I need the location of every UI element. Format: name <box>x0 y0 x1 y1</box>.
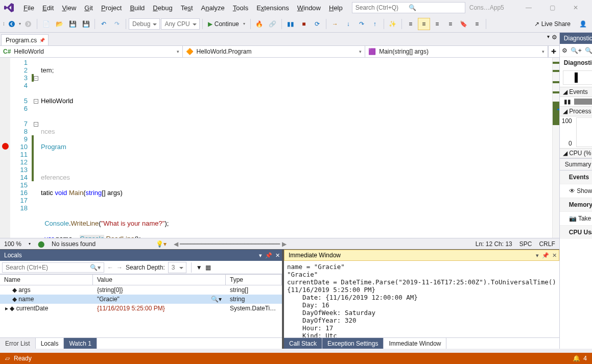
search-prev-icon[interactable]: ← <box>107 264 113 271</box>
menu-debug[interactable]: Debug <box>149 2 176 14</box>
continue-button[interactable]: ▶ Continue ▾ <box>205 18 248 30</box>
live-share-button[interactable]: ↗ Live Share <box>534 20 571 28</box>
bookmark-button[interactable]: 🔖 <box>458 18 470 30</box>
indent-mode[interactable]: SPC <box>519 240 532 248</box>
breakpoint-gutter[interactable] <box>0 58 10 238</box>
diag-timeline[interactable]: 10s <box>563 70 592 85</box>
step-over-button[interactable]: ↷ <box>356 18 368 30</box>
toolbar-expand-icon[interactable]: ⁞ <box>3 21 5 27</box>
take-snapshot-link[interactable]: 📷 Take Snapshot <box>560 212 592 226</box>
tab-immediate-window[interactable]: Immediate Window <box>384 338 446 349</box>
diag-tab-summary[interactable]: Summary <box>560 159 592 170</box>
panel-close-icon[interactable]: ✕ <box>275 252 280 259</box>
pin-icon[interactable]: 📌 <box>39 38 45 43</box>
col-type[interactable]: Type <box>226 275 282 285</box>
minimize-button[interactable]: — <box>522 2 536 13</box>
col-name[interactable]: Name <box>0 275 93 285</box>
list-view-icon[interactable]: ▦ <box>205 264 211 271</box>
locals-search-input[interactable]: Search (Ctrl+E) 🔍▾ <box>2 262 104 273</box>
intellicode-button[interactable]: ✨ <box>387 18 399 30</box>
code-editor[interactable]: 123456789101112131415161718 − − − tem; H… <box>0 58 559 238</box>
zoom-out-icon[interactable]: 🔍− <box>585 47 592 54</box>
panel-pin-icon[interactable]: 📌 <box>265 252 272 259</box>
close-button[interactable]: ✕ <box>569 2 583 13</box>
nav-project-dropdown[interactable]: C# HelloWorld ▾ <box>0 46 183 57</box>
menu-test[interactable]: Test <box>177 2 197 14</box>
pause-events-icon[interactable]: ▮▮ <box>564 98 571 105</box>
split-editor-button[interactable]: ✚ <box>548 46 559 57</box>
tab-settings-icon[interactable]: ⚙ <box>552 34 557 41</box>
restart-button[interactable]: ⟳ <box>311 18 323 30</box>
menu-view[interactable]: View <box>58 2 80 14</box>
locals-row[interactable]: ◆ name "Gracie"🔍▾ string <box>0 295 282 304</box>
platform-dropdown[interactable]: Any CPU <box>161 18 199 30</box>
nav-class-dropdown[interactable]: 🔶 HelloWorld.Program ▾ <box>183 46 366 57</box>
comment-button[interactable]: ≡ <box>431 18 443 30</box>
align-button[interactable]: ≡ <box>405 18 417 30</box>
search-next-icon[interactable]: → <box>116 264 123 271</box>
tab-program-cs[interactable]: Program.cs 📌 <box>1 34 49 45</box>
eol-mode[interactable]: CRLF <box>539 240 555 248</box>
stop-button[interactable]: ■ <box>298 18 310 30</box>
tab-error-list[interactable]: Error List <box>0 338 36 349</box>
save-button[interactable]: 💾 <box>66 18 79 30</box>
locals-panel-title[interactable]: Locals ▾ 📌 ✕ <box>0 250 282 261</box>
panel-dropdown-icon[interactable]: ▾ <box>536 252 539 259</box>
tab-call-stack[interactable]: Call Stack <box>284 338 322 349</box>
overview-ruler[interactable] <box>552 58 559 238</box>
tab-locals[interactable]: Locals <box>36 338 64 349</box>
filter-icon[interactable]: ▼ <box>196 264 202 271</box>
uncomment-button[interactable]: ≡ <box>444 18 457 30</box>
feedback-button[interactable]: 👤 <box>577 18 589 30</box>
cpu-section-hdr[interactable]: ◢ CPU (% of all processors) <box>560 148 592 158</box>
menu-build[interactable]: Build <box>126 2 149 14</box>
config-dropdown[interactable]: Debug <box>129 18 160 30</box>
panel-pin-icon[interactable]: 📌 <box>542 252 549 259</box>
undo-button[interactable]: ↶ <box>98 18 110 30</box>
panel-close-icon[interactable]: ✕ <box>552 252 557 259</box>
breakpoint-icon[interactable] <box>2 143 9 150</box>
word-wrap-button[interactable]: ≡ <box>418 18 430 30</box>
zoom-dropdown[interactable]: 100 % <box>4 240 21 248</box>
light-bulb-icon[interactable]: 💡▾ <box>156 240 167 248</box>
fold-gutter[interactable]: − − − <box>32 58 41 238</box>
locals-row[interactable]: ▸ ◆ currentDate {11/16/2019 5:25:00 PM} … <box>0 304 282 313</box>
menu-file[interactable]: File <box>19 2 38 14</box>
open-button[interactable]: 📂 <box>53 18 65 30</box>
nav-member-dropdown[interactable]: 🟪 Main(string[] args) ▾ <box>365 46 548 57</box>
menu-edit[interactable]: Edit <box>38 2 58 14</box>
redo-button[interactable]: ↷ <box>111 18 123 30</box>
menu-analyze[interactable]: Analyze <box>197 2 229 14</box>
gear-icon[interactable]: ⚙ <box>562 47 567 54</box>
diagnostic-title[interactable]: Diagnostic Tools ▾ 📌 ✕ <box>560 33 592 44</box>
tab-watch-1[interactable]: Watch 1 <box>64 338 97 349</box>
menu-git[interactable]: Git <box>80 2 97 14</box>
col-value[interactable]: Value <box>93 275 226 285</box>
immediate-panel-title[interactable]: Immediate Window ▾ 📌 ✕ <box>284 250 559 261</box>
menu-window[interactable]: Window <box>293 2 325 14</box>
code-body[interactable]: tem; HelloWorld nces Program eferences t… <box>41 58 552 238</box>
menu-tools[interactable]: Tools <box>229 2 252 14</box>
maximize-button[interactable]: ▢ <box>545 2 559 13</box>
events-section-hdr[interactable]: ◢ Events <box>560 87 592 97</box>
notifications-icon[interactable]: 🔔 <box>573 355 580 362</box>
tab-dropdown-icon[interactable]: ▾ <box>547 34 550 41</box>
pause-button[interactable]: ▮▮ <box>285 18 297 30</box>
bookmark-next-button[interactable]: ≡ <box>471 18 483 30</box>
show-events-link[interactable]: 👁 Show Events (1 of 1) <box>560 184 592 198</box>
zoom-in-icon[interactable]: 🔍+ <box>571 47 582 54</box>
nav-fwd-button[interactable] <box>22 18 34 30</box>
hot-reload-button[interactable]: 🔥 <box>253 18 266 30</box>
show-next-statement-button[interactable]: → <box>329 18 341 30</box>
locals-row[interactable]: ◆ args {string[0]} string[] <box>0 285 282 295</box>
new-project-button[interactable]: 📄 <box>40 18 52 30</box>
browser-link-button[interactable]: 🔗 <box>267 18 279 30</box>
menu-extensions[interactable]: Extensions <box>252 2 293 14</box>
panel-dropdown-icon[interactable]: ▾ <box>259 252 262 259</box>
memory-section-hdr[interactable]: ◢ Process Memory ▮ ▼ S… ●Pri… <box>560 106 592 116</box>
quick-search-input[interactable]: Search (Ctrl+Q) 🔍 <box>352 2 465 13</box>
search-depth-dropdown[interactable]: 3 <box>168 262 186 273</box>
step-out-button[interactable]: ↑ <box>369 18 381 30</box>
memory-chart[interactable] <box>576 117 592 147</box>
nav-back-button[interactable] <box>6 18 18 30</box>
